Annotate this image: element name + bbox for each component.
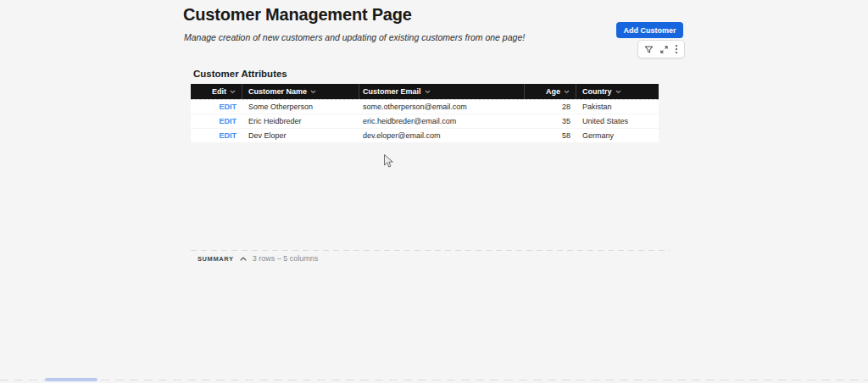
column-header-label: Age <box>546 87 560 96</box>
customer-table: EditCustomer NameCustomer EmailAgeCountr… <box>191 84 659 143</box>
column-header-label: Country <box>582 87 612 96</box>
cell-edit: EDIT <box>191 100 242 114</box>
chevron-down-icon <box>425 90 431 94</box>
column-header-age[interactable]: Age <box>525 84 576 99</box>
horizontal-scrollbar-track[interactable] <box>0 380 868 380</box>
column-header-label: Customer Email <box>363 87 421 96</box>
table-header-row: EditCustomer NameCustomer EmailAgeCountr… <box>191 84 659 99</box>
cell-name: Some Otherperson <box>242 100 359 114</box>
summary-label: SUMMARY <box>198 255 234 263</box>
chevron-down-icon <box>230 90 236 94</box>
cell-name: Dev Eloper <box>242 129 359 142</box>
column-header-label: Customer Name <box>248 87 307 96</box>
cell-email: eric.heidbreder@email.com <box>359 114 525 128</box>
mouse-cursor-icon <box>383 153 394 169</box>
column-header-customer-email[interactable]: Customer Email <box>359 84 525 99</box>
column-header-edit[interactable]: Edit <box>191 84 242 99</box>
chevron-down-icon <box>310 90 316 94</box>
chevron-down-icon <box>615 90 621 94</box>
expand-icon[interactable] <box>659 45 669 54</box>
table-row: EDITSome Otherpersonsome.otherperson@ema… <box>191 100 659 114</box>
cell-age: 28 <box>525 100 576 114</box>
table-row: EDITDev Eloperdev.eloper@email.com58Germ… <box>191 129 659 143</box>
column-header-label: Edit <box>212 87 226 96</box>
summary-bar: SUMMARY 3 rows – 5 columns <box>198 254 318 263</box>
table-body: EDITSome Otherpersonsome.otherperson@ema… <box>191 99 659 143</box>
cell-email: dev.eloper@email.com <box>359 129 525 142</box>
edit-link[interactable]: EDIT <box>219 103 236 111</box>
cell-edit: EDIT <box>191 114 242 128</box>
cell-country: Pakistan <box>576 100 659 114</box>
horizontal-scrollbar-thumb[interactable] <box>45 378 97 381</box>
chevron-down-icon <box>564 90 570 94</box>
column-header-customer-name[interactable]: Customer Name <box>242 84 359 99</box>
cell-name: Eric Heidbreder <box>242 114 359 128</box>
cell-age: 58 <box>525 129 576 142</box>
edit-link[interactable]: EDIT <box>219 131 236 140</box>
summary-text: 3 rows – 5 columns <box>253 254 319 263</box>
filter-icon[interactable] <box>644 45 654 54</box>
table-section-title: Customer Attributes <box>193 69 287 79</box>
cell-email: some.otherperson@email.com <box>359 100 525 114</box>
cell-country: Germany <box>576 129 659 142</box>
add-customer-button[interactable]: Add Customer <box>616 22 683 38</box>
chevron-up-icon[interactable] <box>240 257 247 261</box>
kebab-menu-icon[interactable] <box>675 44 678 54</box>
page-subtitle: Manage creation of new customers and upd… <box>184 32 525 42</box>
table-toolbar <box>637 40 685 58</box>
summary-divider <box>191 250 670 251</box>
edit-link[interactable]: EDIT <box>219 117 236 125</box>
page-title: Customer Management Page <box>183 5 412 25</box>
cell-country: United States <box>576 114 659 128</box>
cell-age: 35 <box>525 114 576 128</box>
column-header-country[interactable]: Country <box>576 84 659 99</box>
cell-edit: EDIT <box>191 129 242 142</box>
table-row: EDITEric Heidbredereric.heidbreder@email… <box>191 114 659 129</box>
